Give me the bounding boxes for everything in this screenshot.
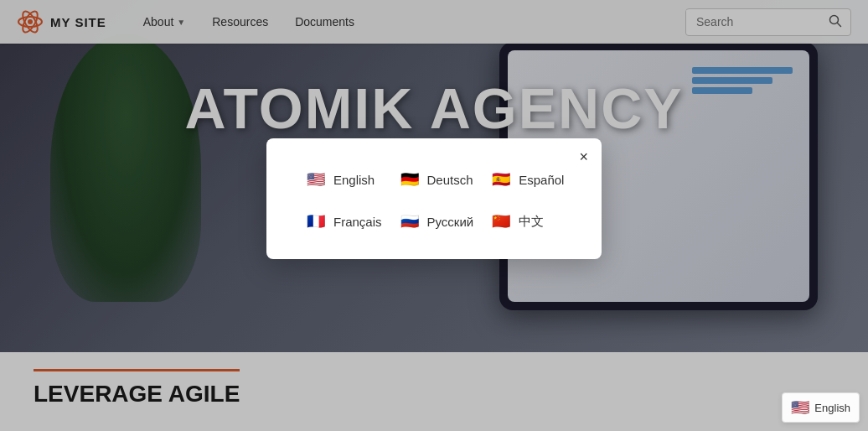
flag-icon: 🇪🇸 — [490, 169, 512, 190]
lang-label: Français — [333, 215, 382, 229]
flag-icon: 🇺🇸 — [305, 169, 327, 190]
language-option[interactable]: 🇷🇺Русский — [394, 207, 479, 236]
lang-label: Español — [519, 173, 564, 187]
language-option[interactable]: 🇺🇸English — [300, 165, 387, 194]
lang-label: English — [333, 173, 375, 187]
footer-lang-label: English — [814, 402, 850, 414]
language-modal: × 🇺🇸English🇩🇪Deutsch🇪🇸Español🇫🇷Français🇷… — [266, 138, 602, 259]
language-option[interactable]: 🇫🇷Français — [300, 207, 387, 236]
lang-label: 中文 — [519, 214, 544, 230]
footer-flag-icon: 🇺🇸 — [791, 398, 809, 417]
language-option[interactable]: 🇨🇳中文 — [485, 207, 569, 236]
language-option[interactable]: 🇪🇸Español — [485, 165, 569, 194]
flag-icon: 🇷🇺 — [399, 210, 421, 232]
flag-icon: 🇩🇪 — [399, 169, 421, 190]
flag-icon: 🇫🇷 — [305, 210, 327, 232]
modal-overlay: × 🇺🇸English🇩🇪Deutsch🇪🇸Español🇫🇷Français🇷… — [0, 0, 868, 431]
footer-language-button[interactable]: 🇺🇸 English — [782, 392, 860, 423]
lang-label: Русский — [427, 215, 474, 229]
modal-close-button[interactable]: × — [579, 148, 588, 166]
flag-icon: 🇨🇳 — [490, 210, 512, 232]
language-grid: 🇺🇸English🇩🇪Deutsch🇪🇸Español🇫🇷Français🇷🇺Р… — [300, 165, 568, 236]
lang-label: Deutsch — [427, 173, 473, 187]
language-option[interactable]: 🇩🇪Deutsch — [394, 165, 479, 194]
